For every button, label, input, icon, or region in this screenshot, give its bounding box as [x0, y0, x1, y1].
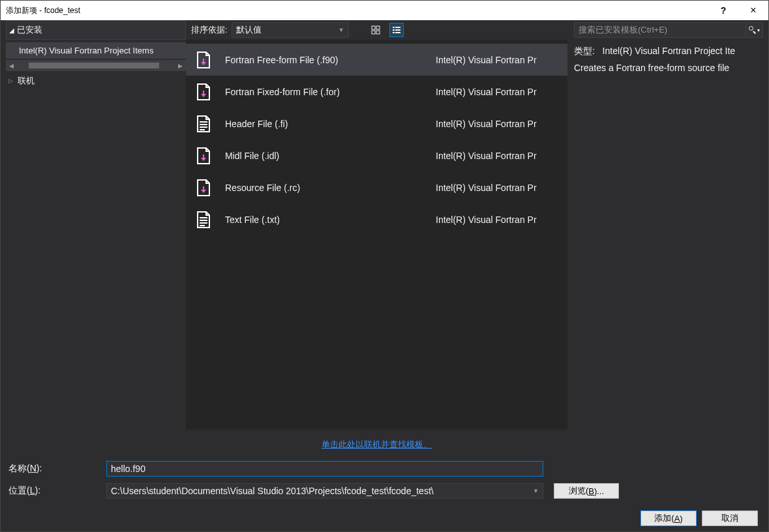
template-name: Header File (.fi) — [225, 119, 436, 129]
template-category: Intel(R) Visual Fortran Pr — [436, 183, 560, 193]
sort-dropdown[interactable]: 默认值 ▼ — [232, 22, 349, 38]
svg-rect-11 — [200, 124, 207, 125]
svg-rect-15 — [200, 220, 207, 221]
online-search-link-container: 单击此处以联机并查找模板。 — [186, 430, 567, 456]
template-list-panel: 排序依据: 默认值 ▼ — [186, 20, 567, 456]
template-name: Text File (.txt) — [225, 214, 436, 225]
template-name: Fortran Fixed-form File (.for) — [225, 87, 436, 97]
template-row[interactable]: Fortran Free-form File (.f90)Intel(R) Vi… — [186, 44, 567, 76]
dropdown-caret-icon: ▼ — [533, 488, 539, 494]
file-icon — [194, 178, 213, 198]
online-search-link[interactable]: 单击此处以联机并查找模板。 — [322, 439, 432, 449]
location-label: 位置(L): — [8, 485, 106, 497]
template-row[interactable]: Header File (.fi)Intel(R) Visual Fortran… — [186, 108, 567, 140]
help-button[interactable]: ? — [708, 1, 738, 20]
svg-rect-2 — [372, 31, 375, 34]
template-category: Intel(R) Visual Fortran Pr — [436, 119, 560, 129]
sidebar-installed-label: 已安装 — [17, 24, 42, 36]
dropdown-caret-icon: ▾ — [757, 27, 760, 33]
search-templates-input[interactable]: 搜索已安装模板(Ctrl+E) — [574, 22, 746, 38]
collapse-icon: ◢ — [7, 27, 17, 34]
svg-rect-6 — [393, 29, 395, 31]
svg-rect-10 — [200, 121, 207, 123]
scrollbar-thumb[interactable] — [29, 63, 159, 68]
file-icon — [194, 50, 213, 70]
grid-view-icon — [371, 25, 380, 35]
template-name: Fortran Free-form File (.f90) — [225, 55, 436, 65]
template-category: Intel(R) Visual Fortran Pr — [436, 214, 560, 225]
search-icon — [749, 26, 757, 34]
type-value: Intel(R) Visual Fortran Project Ite — [603, 46, 736, 56]
svg-rect-4 — [393, 27, 395, 28]
sidebar-online-label: 联机 — [18, 75, 35, 87]
file-icon — [194, 210, 213, 229]
template-list: Fortran Free-form File (.f90)Intel(R) Vi… — [186, 40, 567, 430]
template-row[interactable]: Midl File (.idl)Intel(R) Visual Fortran … — [186, 140, 567, 171]
svg-rect-7 — [395, 29, 400, 31]
file-icon — [194, 114, 213, 134]
template-category: Intel(R) Visual Fortran Pr — [436, 55, 560, 65]
template-category: Intel(R) Visual Fortran Pr — [436, 151, 560, 161]
svg-rect-5 — [395, 27, 400, 28]
name-input[interactable]: hello.f90 — [106, 461, 543, 477]
add-new-item-dialog: 添加新项 - fcode_test ? × ◢ 已安装 Intel(R) Vis… — [0, 0, 769, 532]
list-view-icon — [392, 25, 401, 35]
search-placeholder: 搜索已安装模板(Ctrl+E) — [579, 24, 667, 36]
category-sidebar: ◢ 已安装 Intel(R) Visual Fortran Project It… — [6, 20, 186, 456]
svg-rect-13 — [200, 129, 205, 130]
file-icon — [194, 146, 213, 166]
info-panel: 搜索已安装模板(Ctrl+E) ▾ 类型: Intel(R) Visu — [567, 20, 763, 456]
svg-rect-16 — [200, 222, 207, 224]
location-dropdown[interactable]: C:\Users\student\Documents\Visual Studio… — [106, 483, 543, 499]
browse-button[interactable]: 浏览(B)... — [554, 483, 619, 499]
view-medium-icons-button[interactable] — [369, 23, 383, 37]
sidebar-horizontal-scrollbar[interactable]: ◀ ▶ — [6, 60, 186, 71]
svg-rect-0 — [372, 26, 375, 29]
template-row[interactable]: Resource File (.rc)Intel(R) Visual Fortr… — [186, 171, 567, 203]
add-button[interactable]: 添加(A) — [641, 510, 697, 526]
svg-rect-3 — [376, 31, 380, 34]
location-value: C:\Users\student\Documents\Visual Studio… — [111, 486, 434, 496]
search-button[interactable]: ▾ — [746, 22, 763, 38]
sidebar-item-fortran-project-items[interactable]: Intel(R) Visual Fortran Project Items — [6, 42, 186, 59]
template-name: Midl File (.idl) — [225, 151, 436, 161]
file-icon — [194, 82, 213, 102]
sort-value: 默认值 — [236, 24, 262, 36]
dropdown-caret-icon: ▼ — [339, 27, 344, 33]
titlebar: 添加新项 - fcode_test ? × — [1, 1, 768, 20]
cancel-button[interactable]: 取消 — [702, 510, 758, 526]
name-label: 名称(N): — [8, 463, 106, 475]
template-row[interactable]: Fortran Fixed-form File (.for)Intel(R) V… — [186, 76, 567, 108]
template-row[interactable]: Text File (.txt)Intel(R) Visual Fortran … — [186, 203, 567, 235]
svg-rect-1 — [376, 26, 380, 29]
view-list-button[interactable] — [389, 23, 404, 37]
type-label: 类型: — [574, 45, 595, 58]
template-toolbar: 排序依据: 默认值 ▼ — [186, 20, 567, 40]
svg-rect-17 — [200, 225, 205, 226]
scroll-right-icon[interactable]: ▶ — [175, 60, 186, 71]
svg-rect-9 — [395, 32, 400, 33]
close-button[interactable]: × — [738, 1, 768, 20]
template-name: Resource File (.rc) — [225, 183, 436, 193]
svg-rect-14 — [200, 217, 207, 218]
template-category: Intel(R) Visual Fortran Pr — [436, 87, 560, 97]
scroll-left-icon[interactable]: ◀ — [6, 60, 17, 71]
window-title: 添加新项 - fcode_test — [6, 5, 80, 16]
expand-icon: ▷ — [8, 78, 18, 84]
template-type-line: 类型: Intel(R) Visual Fortran Project Ite — [574, 45, 763, 58]
svg-rect-8 — [393, 32, 395, 33]
svg-rect-12 — [200, 126, 207, 128]
template-description: Creates a Fortran free-form source file — [574, 62, 763, 75]
file-form: 名称(N): hello.f90 位置(L): C:\Users\student… — [6, 456, 763, 526]
sidebar-installed-header[interactable]: ◢ 已安装 — [6, 20, 186, 40]
sort-label: 排序依据: — [191, 24, 228, 36]
sidebar-online-header[interactable]: ▷ 联机 — [6, 71, 186, 91]
